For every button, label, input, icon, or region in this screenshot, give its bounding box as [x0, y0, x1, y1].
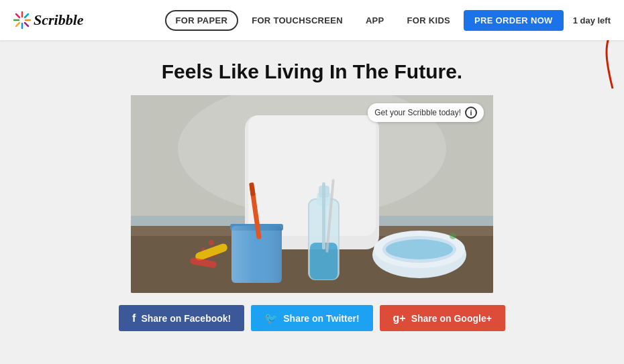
svg-point-31 — [386, 239, 453, 259]
logo-icon — [13, 11, 31, 29]
tooltip-text: Get your Scribble today! — [374, 108, 461, 117]
video-tooltip[interactable]: Get your Scribble today! i — [368, 103, 484, 122]
googleplus-label: Share on Google+ — [411, 313, 492, 324]
svg-line-8 — [16, 23, 19, 26]
info-icon[interactable]: i — [465, 107, 477, 119]
nav-for-touchscreen[interactable]: FOR TOUCHSCREEN — [242, 11, 352, 29]
twitter-label: Share on Twitter! — [283, 313, 359, 324]
svg-point-34 — [450, 233, 456, 239]
logo-area: Scribble — [13, 11, 84, 29]
svg-rect-26 — [322, 182, 325, 249]
facebook-icon: f — [132, 312, 136, 324]
facebook-label: Share on Facebook! — [141, 313, 231, 324]
svg-line-5 — [16, 14, 19, 17]
main-content: Feels Like Living In The Future. — [0, 40, 624, 345]
countdown-text: 1 day left — [573, 15, 611, 25]
twitter-icon: 🐦 — [264, 312, 278, 324]
svg-point-32 — [209, 240, 214, 245]
video-area[interactable]: Get your Scribble today! i — [131, 95, 493, 293]
preorder-button[interactable]: PRE ORDER NOW — [464, 10, 564, 31]
social-share-bar: f Share on Facebook! 🐦 Share on Twitter!… — [119, 305, 505, 331]
video-scene — [131, 95, 493, 293]
nav-for-kids[interactable]: FOR KIDS — [398, 11, 460, 29]
facebook-share-button[interactable]: f Share on Facebook! — [119, 305, 244, 331]
logo-text: Scribble — [34, 11, 84, 29]
nav-for-paper[interactable]: FOR PAPER — [165, 10, 239, 31]
svg-line-7 — [25, 14, 28, 17]
svg-line-6 — [25, 23, 28, 26]
googleplus-icon: g+ — [393, 312, 406, 324]
googleplus-share-button[interactable]: g+ Share on Google+ — [380, 305, 505, 331]
main-nav: FOR PAPER FOR TOUCHSCREEN APP FOR KIDS P… — [165, 10, 611, 31]
page-headline: Feels Like Living In The Future. — [162, 60, 462, 83]
twitter-share-button[interactable]: 🐦 Share on Twitter! — [251, 305, 372, 331]
header: Scribble FOR PAPER FOR TOUCHSCREEN APP F… — [0, 0, 624, 40]
nav-app[interactable]: APP — [356, 11, 394, 29]
